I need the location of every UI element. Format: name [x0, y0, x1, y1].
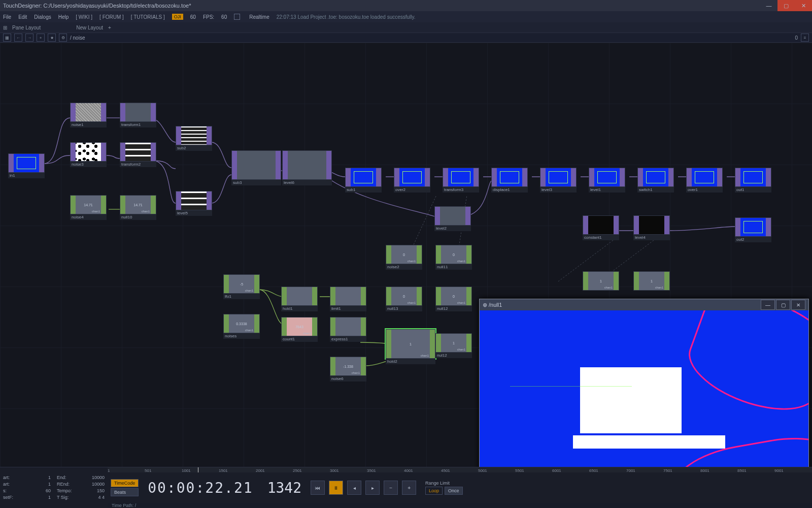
network-editor[interactable]: in1 noise1 transform1 noise3 transform2 …: [0, 43, 812, 467]
menu-dialogs[interactable]: Dialogs: [34, 14, 51, 20]
node-nul12[interactable]: 1chan1nul12: [435, 333, 472, 358]
range-limit-label: Range Limit: [425, 481, 463, 486]
viewer-title: /null1: [489, 302, 502, 308]
beats-button[interactable]: Beats: [111, 488, 139, 496]
minimize-button[interactable]: —: [760, 0, 777, 11]
plus-button[interactable]: +: [402, 481, 416, 495]
timeline: 1501100115012001250130013501400145015001…: [0, 467, 812, 508]
pause-button[interactable]: ⏸: [329, 481, 343, 495]
node-level5[interactable]: level5: [176, 191, 212, 216]
link-wiki[interactable]: [ WIKI ]: [76, 14, 92, 20]
node-count1[interactable]: 7843chan1count1: [281, 317, 318, 342]
close-button[interactable]: ✕: [795, 0, 812, 11]
path-menu-icon[interactable]: ≡: [801, 34, 809, 42]
nav-gear-icon[interactable]: ⚙: [59, 34, 67, 42]
node-null13[interactable]: 0chan1null13: [386, 287, 422, 311]
nav-add-icon[interactable]: +: [37, 34, 45, 42]
node-level2[interactable]: level2: [434, 206, 471, 231]
ruler-tick: 6501: [589, 468, 598, 473]
node-hold1[interactable]: hold1: [281, 287, 318, 311]
perf-num: 60: [190, 14, 196, 20]
maximize-button[interactable]: ▢: [777, 0, 795, 11]
node-noise3[interactable]: noise3: [70, 142, 107, 167]
timeline-cursor[interactable]: [198, 467, 198, 472]
node-noise4[interactable]: 14.71chan1noise4: [70, 195, 107, 220]
node-over2[interactable]: over2: [394, 168, 430, 193]
viewer-titlebar[interactable]: ⊕ /null1 — ▢ ✕: [480, 299, 808, 310]
node-null12[interactable]: 0chan1null12: [435, 287, 472, 311]
step-fwd-button[interactable]: ▸: [365, 481, 380, 495]
ruler-tick: 9001: [774, 468, 784, 473]
menu-file[interactable]: File: [3, 14, 11, 20]
step-back-button[interactable]: ◂: [347, 481, 361, 495]
nav-fwd-icon[interactable]: →: [25, 34, 33, 42]
menu-help[interactable]: Help: [58, 14, 69, 20]
menu-edit[interactable]: Edit: [18, 14, 27, 20]
timecode-button[interactable]: TimeCode: [111, 479, 139, 487]
ruler-tick: 8501: [737, 468, 747, 473]
node-chop-b[interactable]: 1chan1: [633, 271, 670, 291]
node-transform3[interactable]: transform3: [443, 168, 479, 193]
node-level3[interactable]: level3: [540, 168, 577, 193]
minus-button[interactable]: −: [384, 481, 398, 495]
nav-star-icon[interactable]: ★: [48, 34, 56, 42]
network-path[interactable]: / noise: [70, 35, 85, 41]
node-noise2[interactable]: 0chan1noise2: [386, 245, 422, 270]
viewer-pin-icon[interactable]: ⊕: [483, 302, 487, 308]
link-forum[interactable]: [ FORUM ]: [99, 14, 124, 20]
node-null11[interactable]: 0chan1null11: [435, 245, 472, 270]
ruler-tick: 3501: [367, 468, 376, 473]
ruler-tick: 7501: [663, 468, 672, 473]
rewind-button[interactable]: ⏮: [311, 481, 325, 495]
ruler-tick: 3001: [330, 468, 339, 473]
realtime-checkbox[interactable]: [234, 14, 240, 20]
status-text: 22:07:13 Load Project .toe: bosozoku.toe…: [277, 14, 416, 20]
ruler-tick: 1001: [182, 468, 191, 473]
node-limit1[interactable]: limit1: [330, 287, 366, 311]
path-counter: 0: [795, 35, 798, 41]
node-sub3[interactable]: sub3: [231, 150, 281, 185]
realtime-label[interactable]: Realtime: [249, 14, 269, 20]
viewer-close-button[interactable]: ✕: [791, 300, 805, 310]
node-null10[interactable]: 14.71chan1null10: [120, 195, 156, 220]
node-noises[interactable]: 0.3338chan1noises: [223, 314, 260, 339]
link-tutorials[interactable]: [ TUTORIALS ]: [131, 14, 165, 20]
node-sub1[interactable]: sub1: [345, 168, 382, 193]
node-transform2[interactable]: transform2: [120, 142, 156, 167]
perf-badge[interactable]: OJI: [172, 14, 183, 20]
timeline-ruler[interactable]: 1501100115012001250130013501400145015001…: [108, 467, 812, 472]
pane-split-icon[interactable]: ⊞: [3, 25, 7, 30]
node-chop-a[interactable]: 1chan1: [583, 271, 619, 291]
node-noise6[interactable]: -1.338chan1noise6: [330, 357, 366, 382]
node-constant1[interactable]: constant1: [583, 215, 619, 240]
once-button[interactable]: Once: [445, 487, 463, 495]
node-lfo1[interactable]: -5chan1lfo1: [223, 274, 260, 299]
node-level1[interactable]: level1: [589, 168, 625, 193]
node-sub2[interactable]: sub2: [176, 126, 212, 151]
node-in1[interactable]: in1: [8, 153, 45, 178]
node-hold2[interactable]: 1chan1hold2: [386, 329, 435, 364]
node-switch1[interactable]: switch1: [637, 168, 674, 193]
viewer-maximize-button[interactable]: ▢: [776, 300, 790, 310]
node-transform1[interactable]: transform1: [120, 103, 156, 128]
nav-grid-icon[interactable]: ▦: [3, 34, 11, 42]
node-out1[interactable]: out1: [735, 168, 771, 193]
node-displace1[interactable]: displace1: [491, 168, 528, 193]
frame-display[interactable]: 1342: [262, 480, 307, 496]
node-express1[interactable]: express1: [330, 317, 366, 342]
add-layout-icon[interactable]: +: [108, 25, 111, 30]
viewer-minimize-button[interactable]: —: [761, 300, 775, 310]
new-layout-button[interactable]: New Layout: [76, 25, 103, 30]
node-level4[interactable]: level4: [633, 215, 670, 240]
pane-layout-label[interactable]: Pane Layout: [12, 25, 41, 30]
nav-back-icon[interactable]: ←: [14, 34, 22, 42]
node-out2[interactable]: out2: [735, 217, 771, 242]
node-over1[interactable]: over1: [686, 168, 723, 193]
node-noise1[interactable]: noise1: [70, 103, 107, 128]
time-path[interactable]: Time Path: /: [108, 503, 812, 508]
loop-button[interactable]: Loop: [425, 487, 443, 495]
timeline-info-mid: End:10000 REnd:10000 Tempo:150 T Sig:4 4: [54, 472, 108, 503]
node-level6[interactable]: level6: [282, 150, 332, 185]
viewer-window[interactable]: ⊕ /null1 — ▢ ✕: [479, 299, 809, 467]
timecode-display[interactable]: 00:00:22.21: [143, 480, 258, 496]
